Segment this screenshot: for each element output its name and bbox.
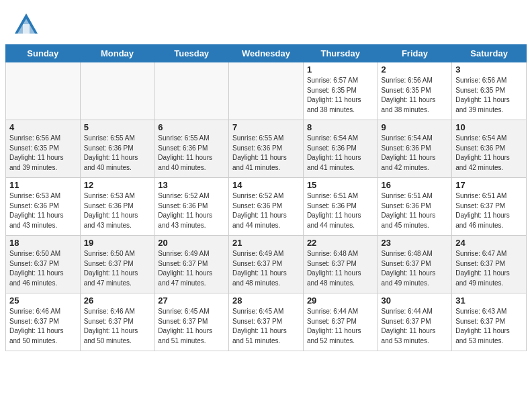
calendar-cell: 4Sunrise: 6:56 AMSunset: 6:35 PMDaylight… (6, 120, 81, 178)
calendar-cell: 9Sunrise: 6:54 AMSunset: 6:36 PMDaylight… (378, 120, 452, 178)
calendar-cell: 18Sunrise: 6:50 AMSunset: 6:37 PMDayligh… (6, 236, 81, 293)
day-number: 9 (382, 122, 449, 132)
cell-info: Sunrise: 6:45 AMSunset: 6:37 PMDaylight:… (232, 307, 300, 346)
cell-info: Sunrise: 6:52 AMSunset: 6:36 PMDaylight:… (232, 191, 300, 230)
weekday-tuesday: Tuesday (154, 45, 229, 62)
calendar-cell: 14Sunrise: 6:52 AMSunset: 6:36 PMDayligh… (229, 178, 304, 236)
cell-info: Sunrise: 6:56 AMSunset: 6:35 PMDaylight:… (382, 76, 449, 115)
calendar-cell: 29Sunrise: 6:44 AMSunset: 6:37 PMDayligh… (303, 293, 378, 351)
calendar-week-5: 25Sunrise: 6:46 AMSunset: 6:37 PMDayligh… (6, 293, 527, 351)
day-number: 11 (9, 180, 77, 190)
day-number: 16 (382, 180, 449, 190)
calendar-week-4: 18Sunrise: 6:50 AMSunset: 6:37 PMDayligh… (6, 236, 527, 293)
calendar-cell: 21Sunrise: 6:49 AMSunset: 6:37 PMDayligh… (229, 236, 304, 293)
calendar-cell: 6Sunrise: 6:55 AMSunset: 6:36 PMDaylight… (154, 120, 229, 178)
calendar-cell: 30Sunrise: 6:44 AMSunset: 6:37 PMDayligh… (378, 293, 452, 351)
day-number: 31 (455, 295, 523, 306)
calendar-cell (229, 62, 304, 120)
cell-info: Sunrise: 6:55 AMSunset: 6:36 PMDaylight:… (232, 134, 300, 173)
cell-info: Sunrise: 6:53 AMSunset: 6:36 PMDaylight:… (84, 191, 151, 230)
weekday-saturday: Saturday (452, 45, 527, 62)
day-number: 24 (455, 238, 523, 248)
cell-info: Sunrise: 6:48 AMSunset: 6:37 PMDaylight:… (382, 249, 449, 288)
calendar-cell: 22Sunrise: 6:48 AMSunset: 6:37 PMDayligh… (303, 236, 378, 293)
weekday-sunday: Sunday (6, 45, 81, 62)
calendar-week-2: 4Sunrise: 6:56 AMSunset: 6:35 PMDaylight… (6, 120, 527, 178)
cell-info: Sunrise: 6:44 AMSunset: 6:37 PMDaylight:… (382, 307, 449, 346)
day-number: 8 (307, 122, 374, 132)
cell-info: Sunrise: 6:49 AMSunset: 6:37 PMDaylight:… (158, 249, 225, 288)
weekday-monday: Monday (80, 45, 154, 62)
calendar-cell: 20Sunrise: 6:49 AMSunset: 6:37 PMDayligh… (154, 236, 229, 293)
cell-info: Sunrise: 6:52 AMSunset: 6:36 PMDaylight:… (158, 191, 225, 230)
calendar-week-1: 1Sunrise: 6:57 AMSunset: 6:35 PMDaylight… (6, 62, 527, 120)
day-number: 20 (158, 238, 225, 248)
day-number: 28 (232, 295, 300, 306)
day-number: 19 (84, 238, 151, 248)
weekday-header-row: SundayMondayTuesdayWednesdayThursdayFrid… (6, 45, 527, 62)
cell-info: Sunrise: 6:54 AMSunset: 6:36 PMDaylight:… (382, 134, 449, 173)
cell-info: Sunrise: 6:50 AMSunset: 6:37 PMDaylight:… (84, 249, 151, 288)
day-number: 26 (84, 295, 151, 306)
day-number: 4 (9, 122, 77, 132)
weekday-friday: Friday (378, 45, 452, 62)
calendar-table: SundayMondayTuesdayWednesdayThursdayFrid… (5, 44, 527, 351)
logo (12, 12, 42, 38)
calendar-cell: 11Sunrise: 6:53 AMSunset: 6:36 PMDayligh… (6, 178, 81, 236)
day-number: 29 (307, 295, 374, 306)
cell-info: Sunrise: 6:43 AMSunset: 6:37 PMDaylight:… (455, 307, 523, 346)
day-number: 2 (382, 64, 449, 75)
calendar-cell: 3Sunrise: 6:56 AMSunset: 6:35 PMDaylight… (452, 62, 527, 120)
cell-info: Sunrise: 6:51 AMSunset: 6:36 PMDaylight:… (307, 191, 374, 230)
calendar-week-3: 11Sunrise: 6:53 AMSunset: 6:36 PMDayligh… (6, 178, 527, 236)
calendar-cell: 26Sunrise: 6:46 AMSunset: 6:37 PMDayligh… (80, 293, 154, 351)
day-number: 23 (382, 238, 449, 248)
day-number: 25 (9, 295, 77, 306)
calendar-cell: 8Sunrise: 6:54 AMSunset: 6:36 PMDaylight… (303, 120, 378, 178)
cell-info: Sunrise: 6:49 AMSunset: 6:37 PMDaylight:… (232, 249, 300, 288)
calendar-cell: 12Sunrise: 6:53 AMSunset: 6:36 PMDayligh… (80, 178, 154, 236)
cell-info: Sunrise: 6:56 AMSunset: 6:35 PMDaylight:… (9, 134, 77, 173)
cell-info: Sunrise: 6:54 AMSunset: 6:36 PMDaylight:… (307, 134, 374, 173)
calendar-cell: 25Sunrise: 6:46 AMSunset: 6:37 PMDayligh… (6, 293, 81, 351)
svg-rect-2 (23, 24, 30, 34)
day-number: 6 (158, 122, 225, 132)
day-number: 10 (455, 122, 523, 132)
day-number: 27 (158, 295, 225, 306)
day-number: 12 (84, 180, 151, 190)
day-number: 18 (9, 238, 77, 248)
calendar-cell: 19Sunrise: 6:50 AMSunset: 6:37 PMDayligh… (80, 236, 154, 293)
day-number: 30 (382, 295, 449, 306)
cell-info: Sunrise: 6:55 AMSunset: 6:36 PMDaylight:… (84, 134, 151, 173)
day-number: 7 (232, 122, 300, 132)
day-number: 5 (84, 122, 151, 132)
day-number: 1 (307, 64, 374, 75)
calendar-cell: 5Sunrise: 6:55 AMSunset: 6:36 PMDaylight… (80, 120, 154, 178)
cell-info: Sunrise: 6:44 AMSunset: 6:37 PMDaylight:… (307, 307, 374, 346)
day-number: 15 (307, 180, 374, 190)
calendar-cell (80, 62, 154, 120)
calendar-cell: 10Sunrise: 6:54 AMSunset: 6:36 PMDayligh… (452, 120, 527, 178)
calendar-cell: 27Sunrise: 6:45 AMSunset: 6:37 PMDayligh… (154, 293, 229, 351)
cell-info: Sunrise: 6:57 AMSunset: 6:35 PMDaylight:… (307, 76, 374, 115)
cell-info: Sunrise: 6:51 AMSunset: 6:36 PMDaylight:… (382, 191, 449, 230)
cell-info: Sunrise: 6:50 AMSunset: 6:37 PMDaylight:… (9, 249, 77, 288)
day-number: 21 (232, 238, 300, 248)
calendar-cell: 16Sunrise: 6:51 AMSunset: 6:36 PMDayligh… (378, 178, 452, 236)
cell-info: Sunrise: 6:56 AMSunset: 6:35 PMDaylight:… (455, 76, 523, 115)
calendar-cell (6, 62, 81, 120)
cell-info: Sunrise: 6:55 AMSunset: 6:36 PMDaylight:… (158, 134, 225, 173)
weekday-wednesday: Wednesday (229, 45, 304, 62)
calendar-cell: 17Sunrise: 6:51 AMSunset: 6:37 PMDayligh… (452, 178, 527, 236)
cell-info: Sunrise: 6:53 AMSunset: 6:36 PMDaylight:… (9, 191, 77, 230)
logo-icon (12, 12, 40, 38)
day-number: 22 (307, 238, 374, 248)
calendar-cell (154, 62, 229, 120)
calendar-cell: 7Sunrise: 6:55 AMSunset: 6:36 PMDaylight… (229, 120, 304, 178)
day-number: 14 (232, 180, 300, 190)
day-number: 13 (158, 180, 225, 190)
calendar-cell: 28Sunrise: 6:45 AMSunset: 6:37 PMDayligh… (229, 293, 304, 351)
day-number: 3 (455, 64, 523, 75)
weekday-thursday: Thursday (303, 45, 378, 62)
calendar-cell: 24Sunrise: 6:47 AMSunset: 6:37 PMDayligh… (452, 236, 527, 293)
